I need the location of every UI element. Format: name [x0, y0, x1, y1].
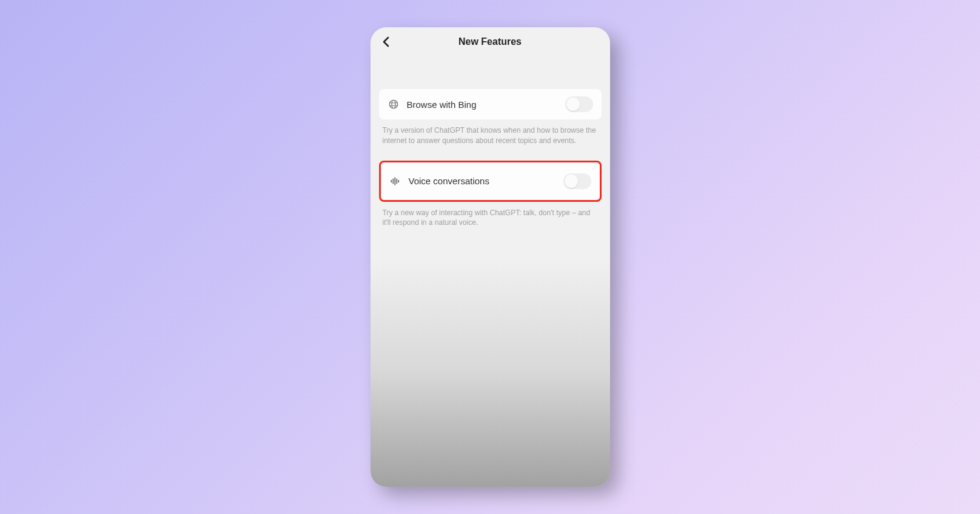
- sound-wave-icon: [389, 175, 401, 187]
- setting-description: Try a version of ChatGPT that knows when…: [379, 125, 602, 146]
- setting-row-voice-conversations[interactable]: Voice conversations: [379, 161, 602, 202]
- svg-point-1: [392, 100, 395, 108]
- setting-label: Browse with Bing: [407, 99, 558, 110]
- toggle-browse-bing[interactable]: [565, 96, 593, 112]
- mobile-settings-panel: New Features Browse with Bing Try a vers…: [371, 27, 610, 487]
- setting-label: Voice conversations: [409, 176, 556, 186]
- globe-icon: [388, 98, 400, 110]
- settings-list: Browse with Bing Try a version of ChatGP…: [371, 56, 610, 228]
- setting-row-browse-bing[interactable]: Browse with Bing: [379, 89, 602, 119]
- header: New Features: [371, 27, 610, 56]
- toggle-voice-conversations[interactable]: [563, 173, 591, 189]
- back-button[interactable]: [379, 35, 394, 49]
- svg-point-0: [389, 100, 398, 108]
- chevron-left-icon: [382, 36, 391, 47]
- page-title: New Features: [458, 36, 522, 47]
- setting-description: Try a new way of interacting with ChatGP…: [379, 208, 602, 229]
